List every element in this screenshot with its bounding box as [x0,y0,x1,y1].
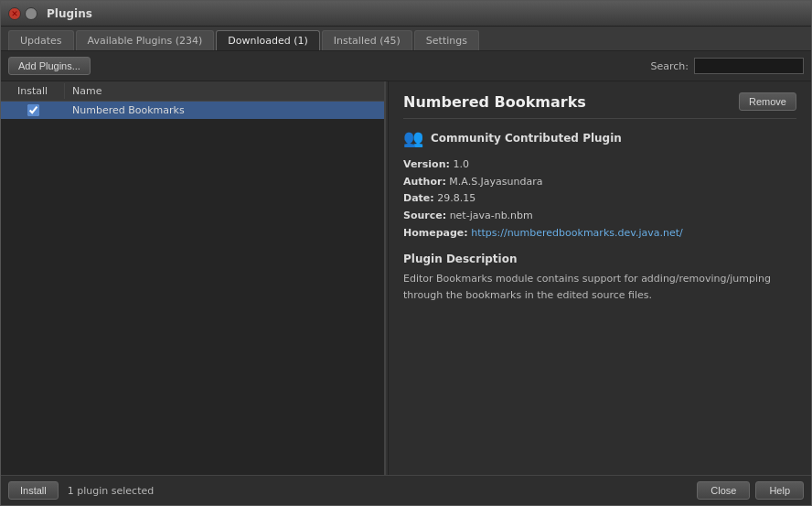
author-label: Author: [403,176,446,188]
source-label: Source: [403,210,446,221]
plugin-desc-title: Plugin Description [403,253,796,265]
homepage-row: Homepage: https://numberedbookmarks.dev.… [403,225,796,242]
community-text: Community Contributed Plugin [431,132,622,145]
toolbar: Add Plugins... Search: [1,51,811,81]
window-title: Plugins [47,7,92,20]
tab-downloaded[interactable]: Downloaded (1) [216,30,320,50]
detail-panel: Numbered Bookmarks Remove 👥 Community Co… [389,81,811,475]
install-button[interactable]: Install [8,481,59,500]
version-value: 1.0 [453,158,469,170]
remove-button[interactable]: Remove [739,92,796,111]
list-header: Install Name [1,81,384,102]
homepage-label: Homepage: [403,227,468,239]
community-icon: 👥 [403,128,423,147]
col-name-header: Name [65,83,384,99]
tab-available[interactable]: Available Plugins (234) [76,30,215,50]
date-row: Date: 29.8.15 [403,190,796,208]
close-button[interactable]: Close [697,481,750,500]
plugins-window: ✕ Plugins Updates Available Plugins (234… [0,0,812,506]
footer-right: Close Help [697,481,804,500]
help-button[interactable]: Help [755,481,804,500]
date-value: 29.8.15 [437,192,475,204]
search-label: Search: [651,60,689,72]
author-row: Author: M.A.S.Jayasundara [403,174,796,191]
row-checkbox-cell [1,104,65,116]
plugin-list: Install Name Numbered Bookmarks [1,81,385,475]
community-banner: 👥 Community Contributed Plugin [403,128,796,147]
close-window-button[interactable]: ✕ [8,7,21,20]
date-label: Date: [403,192,434,204]
minimize-window-button[interactable] [25,7,37,20]
homepage-link[interactable]: https://numberedbookmarks.dev.java.net/ [471,227,682,239]
plugin-install-checkbox[interactable] [27,104,39,116]
table-row[interactable]: Numbered Bookmarks [1,102,384,119]
footer-left: Install 1 plugin selected [8,481,154,500]
plugin-name-cell: Numbered Bookmarks [65,104,384,116]
footer-status: 1 plugin selected [68,485,154,497]
version-row: Version: 1.0 [403,156,796,174]
search-input[interactable] [694,58,804,74]
source-row: Source: net-java-nb.nbm [403,208,796,225]
footer: Install 1 plugin selected Close Help [1,475,811,505]
content-area: Install Name Numbered Bookmarks Numbered… [1,81,811,475]
close-x-icon: ✕ [11,9,18,18]
col-install-header: Install [1,83,65,99]
author-value: M.A.S.Jayasundara [449,176,542,188]
search-area: Search: [651,58,805,74]
tab-updates[interactable]: Updates [8,30,74,50]
list-body: Numbered Bookmarks [1,102,384,475]
plugin-desc-text: Editor Bookmarks module contains support… [403,271,796,303]
add-plugins-button[interactable]: Add Plugins... [8,57,91,75]
source-value: net-java-nb.nbm [450,210,533,221]
tab-bar: Updates Available Plugins (234) Download… [1,27,811,51]
title-bar: ✕ Plugins [1,1,811,27]
detail-title: Numbered Bookmarks [403,93,586,111]
window-controls: ✕ [8,7,37,20]
tab-settings[interactable]: Settings [414,30,479,50]
tab-installed[interactable]: Installed (45) [322,30,412,50]
detail-info: Version: 1.0 Author: M.A.S.Jayasundara D… [403,156,796,242]
version-label: Version: [403,158,450,170]
detail-header: Numbered Bookmarks Remove [403,92,796,119]
